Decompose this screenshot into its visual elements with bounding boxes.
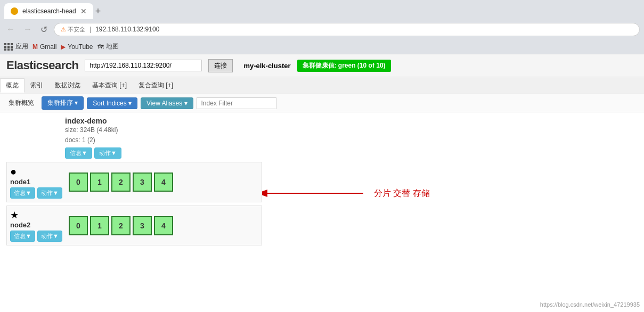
reload-button[interactable]: ↺ bbox=[38, 22, 50, 37]
address-bar: ← → ↺ ⚠ 不安全 | 192.168.110.132:9100 bbox=[0, 19, 644, 39]
index-info: index-demo size: 324B (4.48ki) docs: 1 (… bbox=[65, 117, 262, 159]
nav-basic-query[interactable]: 基本查询 [+] bbox=[86, 78, 133, 93]
node1-shard-4[interactable]: 4 bbox=[154, 173, 173, 192]
index-filter-input[interactable] bbox=[197, 97, 276, 109]
security-icon: ⚠ 不安全 bbox=[61, 26, 85, 34]
annotation-text: 分片 交替 存储 bbox=[374, 188, 430, 199]
youtube-label: YouTube bbox=[68, 43, 93, 51]
node2-shard-0[interactable]: 0 bbox=[69, 216, 88, 235]
node1-shard-2[interactable]: 2 bbox=[111, 173, 131, 192]
left-panel: index-demo size: 324B (4.48ki) docs: 1 (… bbox=[6, 117, 262, 249]
red-arrow-svg bbox=[262, 183, 369, 204]
es-nav: 概览 索引 数据浏览 基本查询 [+] 复合查询 [+] bbox=[0, 77, 644, 94]
maps-icon: 🗺 bbox=[97, 43, 104, 51]
page-content: Elasticsearch 连接 my-elk-cluster 集群健康值: g… bbox=[0, 54, 644, 299]
index-actions: 信息▼ 动作▼ bbox=[65, 147, 262, 159]
cluster-view-label: 集群概览 bbox=[4, 97, 38, 109]
node2-info-button[interactable]: 信息▼ bbox=[10, 231, 35, 242]
node1-shard-0[interactable]: 0 bbox=[69, 173, 88, 192]
index-name: index-demo bbox=[65, 117, 262, 125]
bookmarks-bar: 应用 M Gmail ▶ YouTube 🗺 地图 bbox=[0, 39, 644, 54]
node2-meta: ★ node2 信息▼ 动作▼ bbox=[10, 209, 69, 242]
bookmark-apps[interactable]: 应用 bbox=[4, 42, 28, 51]
forward-button[interactable]: → bbox=[21, 22, 34, 36]
sort-indices-button[interactable]: Sort Indices ▾ bbox=[87, 97, 137, 109]
index-size: size: 324B (4.48ki) bbox=[65, 125, 262, 135]
apps-label: 应用 bbox=[15, 42, 28, 51]
node1-shard-3[interactable]: 3 bbox=[133, 173, 152, 192]
es-url-input[interactable] bbox=[85, 60, 202, 71]
node2-buttons: 信息▼ 动作▼ bbox=[10, 231, 69, 242]
tab-favicon bbox=[11, 7, 18, 15]
node1-shard-1[interactable]: 1 bbox=[90, 173, 109, 192]
node2-action-button[interactable]: 动作▼ bbox=[37, 231, 62, 242]
es-logo: Elasticsearch bbox=[6, 59, 78, 72]
nav-overview[interactable]: 概览 bbox=[0, 78, 25, 93]
new-tab-button[interactable]: + bbox=[95, 6, 101, 17]
bookmark-youtube[interactable]: ▶ YouTube bbox=[61, 43, 93, 51]
tab-title: elasticsearch-head bbox=[22, 7, 76, 15]
index-action-button[interactable]: 动作▼ bbox=[94, 147, 121, 159]
bookmark-maps[interactable]: 🗺 地图 bbox=[97, 42, 119, 51]
es-header: Elasticsearch 连接 my-elk-cluster 集群健康值: g… bbox=[0, 54, 644, 77]
bookmark-gmail[interactable]: M Gmail bbox=[32, 43, 56, 51]
node2-name: node2 bbox=[10, 221, 69, 229]
url-bar[interactable]: ⚠ 不安全 | 192.168.110.132:9100 bbox=[54, 23, 640, 36]
maps-label: 地图 bbox=[106, 42, 119, 51]
node1-buttons: 信息▼ 动作▼ bbox=[10, 187, 69, 199]
node1-row: ● node1 信息▼ 动作▼ 0 1 2 3 4 bbox=[6, 162, 262, 202]
node2-row: ★ node2 信息▼ 动作▼ 0 1 2 3 4 bbox=[6, 206, 262, 245]
nav-complex-query[interactable]: 复合查询 [+] bbox=[133, 78, 179, 93]
node2-shard-3[interactable]: 3 bbox=[133, 216, 152, 235]
node2-shard-2[interactable]: 2 bbox=[111, 216, 131, 235]
index-info-button[interactable]: 信息▼ bbox=[65, 147, 92, 159]
node1-action-button[interactable]: 动作▼ bbox=[37, 187, 62, 199]
gmail-icon: M bbox=[32, 43, 38, 51]
node1-info-button[interactable]: 信息▼ bbox=[10, 187, 35, 199]
node1-indicator: ● bbox=[10, 166, 69, 178]
view-aliases-button[interactable]: View Aliases ▾ bbox=[141, 97, 193, 109]
node1-shards: 0 1 2 3 4 bbox=[69, 173, 173, 192]
url-text: 192.168.110.132:9100 bbox=[95, 26, 159, 33]
cluster-name: my-elk-cluster bbox=[243, 62, 290, 70]
cluster-sort-button[interactable]: 集群排序 ▾ bbox=[42, 96, 84, 110]
annotation-area: 分片 交替 存储 bbox=[262, 138, 638, 249]
es-toolbar: 集群概览 集群排序 ▾ Sort Indices ▾ View Aliases … bbox=[0, 94, 644, 112]
node2-shards: 0 1 2 3 4 bbox=[69, 216, 173, 235]
nav-index[interactable]: 索引 bbox=[25, 78, 49, 93]
node2-shard-1[interactable]: 1 bbox=[90, 216, 109, 235]
node1-meta: ● node1 信息▼ 动作▼ bbox=[10, 166, 69, 199]
tab-close-button[interactable]: ✕ bbox=[80, 7, 87, 15]
gmail-label: Gmail bbox=[40, 43, 56, 51]
content-area: index-demo size: 324B (4.48ki) docs: 1 (… bbox=[6, 117, 638, 249]
tab-bar: elasticsearch-head ✕ + bbox=[0, 0, 644, 19]
browser-frame: elasticsearch-head ✕ + ← → ↺ ⚠ 不安全 | 192… bbox=[0, 0, 644, 54]
health-badge: 集群健康值: green (10 of 10) bbox=[297, 60, 391, 72]
nav-data-browse[interactable]: 数据浏览 bbox=[49, 78, 86, 93]
node1-name: node1 bbox=[10, 178, 69, 186]
youtube-icon: ▶ bbox=[61, 43, 66, 51]
back-button[interactable]: ← bbox=[4, 22, 17, 36]
active-tab[interactable]: elasticsearch-head ✕ bbox=[4, 3, 93, 19]
main-content: index-demo size: 324B (4.48ki) docs: 1 (… bbox=[0, 112, 644, 253]
node2-indicator: ★ bbox=[10, 209, 69, 221]
connect-button[interactable]: 连接 bbox=[208, 59, 233, 72]
index-docs: docs: 1 (2) bbox=[65, 135, 262, 145]
node2-shard-4[interactable]: 4 bbox=[154, 216, 173, 235]
